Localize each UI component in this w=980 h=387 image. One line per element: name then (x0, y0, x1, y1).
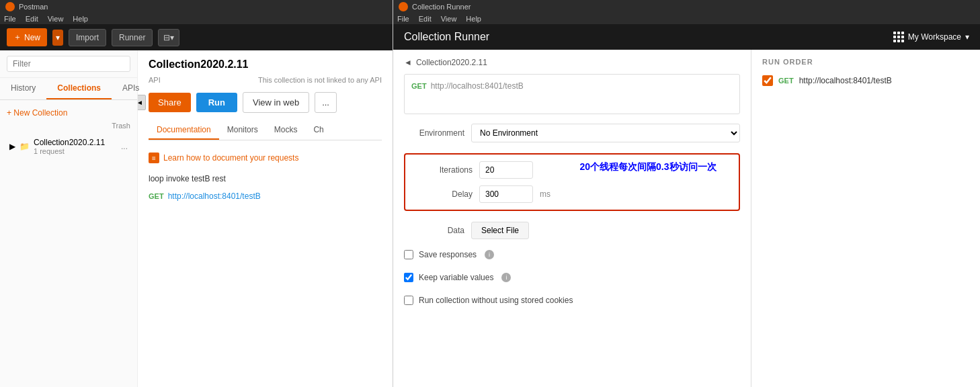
iterations-row: Iterations (412, 161, 550, 179)
runner-icon (399, 2, 408, 11)
menu-help[interactable]: Help (73, 15, 88, 23)
runner-window: Collection Runner File Edit View Help Co… (393, 0, 980, 387)
run-order-checkbox[interactable] (762, 75, 773, 86)
save-responses-row: Save responses i (404, 247, 740, 262)
doc-learn-text: Learn how to document your requests (163, 153, 298, 163)
delay-input[interactable] (479, 185, 533, 203)
select-file-button[interactable]: Select File (471, 222, 529, 239)
tab-ch[interactable]: Ch (305, 121, 331, 140)
save-responses-info-icon[interactable]: i (485, 250, 494, 259)
run-order-url: http://localhost:8401/testB (799, 76, 892, 85)
new-dropdown-button[interactable]: ▾ (52, 30, 63, 46)
collection-api-row: API This collection is not linked to any… (149, 76, 382, 84)
toolbar: ＋ New ▾ Import Runner ⊟▾ (0, 24, 393, 50)
postman-app-title: Postman (19, 3, 48, 11)
request-row: GET http://localhost:8401/testB (149, 189, 382, 204)
tab-documentation[interactable]: Documentation (149, 121, 219, 140)
workspace-label: My Workspace (908, 32, 961, 42)
tab-history[interactable]: History (0, 78, 46, 99)
new-label: New (24, 33, 40, 42)
search-input[interactable] (7, 56, 130, 72)
tab-mocks[interactable]: Mocks (266, 121, 306, 140)
run-order-panel: RUN ORDER GET http://localhost:8401/test… (751, 50, 980, 387)
new-button[interactable]: ＋ New (7, 28, 47, 46)
runner-button[interactable]: Runner (112, 29, 153, 46)
runner-body: ◄ Collection2020.2.11 GET http://localho… (393, 50, 980, 387)
keep-variable-row: Keep variable values i (404, 270, 740, 285)
collection-title: Collection2020.2.11 (149, 58, 382, 71)
annotation-text: 20个线程每次间隔0.3秒访问一次 (579, 161, 716, 173)
svg-line-0 (751, 50, 762, 73)
runner-menu-view[interactable]: View (441, 15, 457, 23)
preview-request-row: GET http://localhost:8401/testB (411, 81, 733, 91)
folder-icon: 📁 (19, 142, 30, 151)
plus-icon: ＋ (13, 32, 22, 43)
method-badge: GET (149, 192, 164, 200)
no-cookies-row: Run collection without using stored cook… (404, 293, 740, 308)
more-button[interactable]: ... (315, 92, 337, 113)
menu-edit[interactable]: Edit (26, 15, 38, 23)
run-button[interactable]: Run (196, 93, 237, 112)
doc-icon: ≡ (149, 153, 159, 163)
tab-collections[interactable]: Collections (46, 78, 112, 99)
workspace-dropdown-icon: ▾ (965, 32, 969, 42)
workspace-button[interactable]: My Workspace ▾ (893, 32, 969, 42)
collection-item[interactable]: ▶ 📁 Collection2020.2.11 1 request ... (7, 134, 130, 159)
runner-menu-edit[interactable]: Edit (419, 15, 432, 23)
breadcrumb-collection: Collection2020.2.11 (416, 58, 487, 67)
environment-row: Environment No Environment (404, 124, 740, 142)
keep-variable-info-icon[interactable]: i (501, 273, 511, 282)
postman-window: Postman File Edit View Help ＋ New ▾ Impo… (0, 0, 393, 387)
api-note: This collection is not linked to any API (258, 76, 382, 84)
api-label: API (149, 76, 161, 84)
iterations-delay-box: Iterations Delay ms (404, 153, 740, 211)
run-order-section: RUN ORDER GET http://localhost:8401/test… (762, 58, 969, 89)
save-responses-checkbox[interactable] (404, 250, 413, 259)
collapse-arrow[interactable]: ◄ (138, 95, 146, 110)
postman-icon (5, 2, 15, 11)
run-order-title: RUN ORDER (762, 58, 969, 66)
import-button[interactable]: Import (69, 29, 106, 46)
environment-select[interactable]: No Environment (471, 124, 740, 142)
runner-app-title: Collection Runner (412, 3, 471, 11)
breadcrumb-arrow[interactable]: ◄ (404, 58, 412, 67)
request-url: http://localhost:8401/testB (168, 191, 261, 201)
collection-actions: Share Run View in web ... (149, 92, 382, 113)
no-cookies-checkbox[interactable] (404, 296, 413, 305)
runner-breadcrumb: ◄ Collection2020.2.11 (404, 58, 740, 67)
runner-config: ◄ Collection2020.2.11 GET http://localho… (393, 50, 751, 387)
iterations-label: Iterations (412, 165, 473, 175)
trash-label[interactable]: Trash (7, 122, 130, 130)
save-responses-label: Save responses (419, 250, 477, 259)
sync-button[interactable]: ⊟▾ (158, 29, 179, 46)
iterations-input[interactable] (479, 161, 533, 179)
sidebar-list: + New Collection Trash ▶ 📁 Collection202… (0, 100, 137, 165)
runner-request-preview: GET http://localhost:8401/testB (404, 74, 740, 114)
menu-view[interactable]: View (48, 15, 64, 23)
doc-learn-link[interactable]: ≡ Learn how to document your requests (149, 148, 382, 167)
actions-container: ◄ Share Run View in web ... (149, 92, 382, 113)
no-cookies-label: Run collection without using stored cook… (419, 296, 573, 305)
runner-menu-help[interactable]: Help (466, 15, 481, 23)
tab-monitors[interactable]: Monitors (219, 121, 266, 140)
runner-menu-file[interactable]: File (397, 15, 409, 23)
keep-variable-checkbox[interactable] (404, 273, 413, 282)
share-button[interactable]: Share (149, 93, 191, 112)
runner-header-title: Collection Runner (404, 31, 489, 43)
keep-variable-label: Keep variable values (419, 273, 493, 282)
collection-info: Collection2020.2.11 1 request (34, 138, 105, 155)
viewweb-button[interactable]: View in web (243, 92, 309, 113)
collection-tabs: Documentation Monitors Mocks Ch (149, 121, 382, 140)
preview-url: http://localhost:8401/testB (431, 81, 524, 91)
request-description: loop invoke testB rest (149, 174, 382, 183)
menu-file[interactable]: File (4, 15, 16, 23)
run-order-item-container: GET http://localhost:8401/testB (762, 73, 969, 89)
collection-sub: 1 request (34, 147, 105, 155)
environment-label: Environment (404, 128, 464, 138)
postman-menubar: File Edit View Help (0, 13, 393, 24)
new-collection-button[interactable]: + New Collection (7, 105, 130, 120)
collection-more-icon[interactable]: ... (121, 142, 128, 151)
data-row: Data Select File (404, 222, 740, 239)
runner-titlebar: Collection Runner (393, 0, 980, 13)
runner-menubar: File Edit View Help (393, 13, 980, 24)
